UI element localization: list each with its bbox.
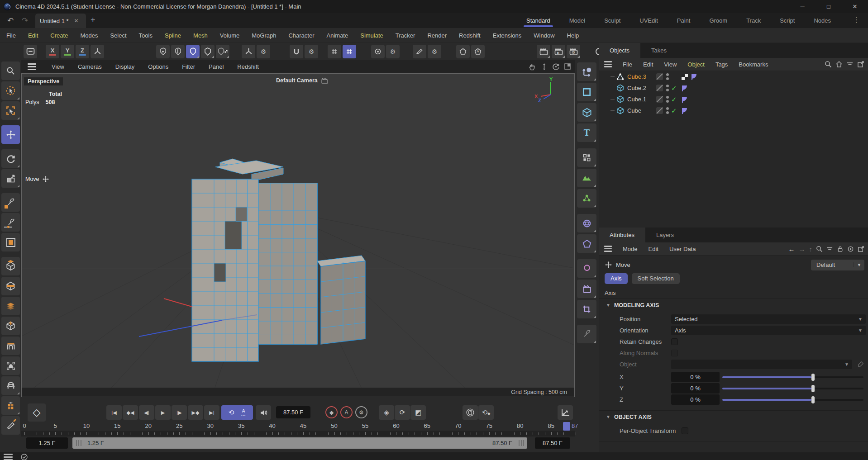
fcurve-graph-button[interactable] [558,405,573,420]
range-right-grip[interactable] [518,440,525,446]
viewport-canvas[interactable]: Perspective Default Camera Total Polys 5… [21,73,575,397]
timeline-ruler[interactable]: 87 0510152025303540455055606570758085 [21,422,575,431]
sound-toggle-button[interactable] [256,405,271,420]
phong-tag[interactable] [681,107,688,114]
objects-menu-view[interactable]: View [664,61,677,68]
volume-cubes-tool[interactable] [1,396,20,415]
cube-primitive-tool[interactable] [577,103,596,122]
x-slider[interactable] [722,376,863,378]
view-label[interactable]: Perspective [24,77,63,85]
pen-tool[interactable] [1,193,20,212]
object-name[interactable]: Cube.2 [627,85,653,91]
annotate-pen-tool[interactable] [577,325,596,343]
y-slider-handle[interactable] [811,385,815,392]
menu-spline[interactable]: Spline [165,32,181,39]
menu-render[interactable]: Render [427,32,447,39]
workspace-tab-uvedit[interactable]: UVEdit [639,14,658,27]
rectangle-spline-tool[interactable] [1,233,20,251]
workspace-overflow-menu[interactable]: ⋮ [853,16,860,24]
phong-tag[interactable] [691,73,698,81]
redo-button[interactable]: ↷ [19,14,31,26]
object-link-field[interactable]: ▼ [671,360,852,369]
search-icon[interactable] [825,61,832,68]
tab-takes[interactable]: Takes [640,43,677,58]
dolly-icon[interactable] [540,63,548,71]
next-key-icon[interactable]: ▶◆ [188,405,203,420]
status-menu-icon[interactable] [4,454,13,460]
target-icon[interactable] [371,45,385,58]
mesh-options-icon[interactable]: A [471,45,485,58]
object-row-cube[interactable]: Cube✓ [599,105,868,116]
menu-tools[interactable]: Tools [139,32,153,39]
workspace-tab-track[interactable]: Track [745,14,762,27]
key-selection-icon[interactable]: ◈ [379,405,394,420]
keying-settings-gear-icon[interactable]: ⚙ [355,406,367,418]
back-arrow-icon[interactable]: ← [788,245,795,253]
rotate-tool[interactable] [1,149,20,168]
objects-menu-icon[interactable] [604,61,612,67]
range-end-field[interactable]: 87.50 F [535,437,570,449]
autokey-range-icon[interactable]: A▪▪▪ [241,409,246,417]
external-window-icon[interactable] [857,61,864,68]
viewport-menu-icon[interactable] [28,63,36,70]
attributes-menu-icon[interactable] [604,246,612,252]
render-picture-viewer-icon[interactable]: ▶ [552,45,565,58]
undo-button[interactable]: ↶ [5,14,16,26]
iron-tool[interactable] [1,376,20,395]
eyedropper-icon[interactable] [857,361,864,368]
phong-tag[interactable] [681,85,688,92]
viewport-menu-options[interactable]: Options [148,63,168,70]
document-tab[interactable]: Untitled 1 * ✕ [35,14,86,28]
keyframe-diamond-button[interactable]: ◇ [28,403,46,422]
x-value-field[interactable]: 0 % [671,372,720,382]
menu-modes[interactable]: Modes [80,32,98,39]
orientation-dropdown[interactable]: Axis▼ [671,326,866,335]
menu-mograph[interactable]: MoGraph [252,32,276,39]
object-row-cube.2[interactable]: Cube.2✓ [599,82,868,94]
layer-toggle[interactable] [656,96,663,103]
cloner-tool[interactable] [577,189,596,208]
landscape-tool[interactable] [577,169,596,187]
viewport-menu-panel[interactable]: Panel [209,63,224,70]
tab-attributes[interactable]: Attributes [599,228,645,242]
visibility-dots[interactable] [666,85,669,91]
enabled-check-icon[interactable]: ✓ [671,84,679,92]
model-mode-icon[interactable] [201,45,215,58]
workplane-settings-gear-icon[interactable]: ⚙ [428,45,441,58]
coordinate-system-icon[interactable] [91,45,104,58]
objects-menu-bookmarks[interactable]: Bookmarks [739,61,768,68]
menu-simulate[interactable]: Simulate [360,32,383,39]
object-axis-section[interactable]: ▼ OBJECT AXIS [599,410,868,423]
z-slider-handle[interactable] [811,396,815,403]
orbit-icon[interactable] [552,63,560,71]
layer-toggle[interactable] [656,73,663,80]
menu-create[interactable]: Create [50,32,68,39]
zoom-tool[interactable] [1,62,20,80]
array-tool[interactable] [577,148,596,167]
menu-redshift[interactable]: Redshift [459,32,481,39]
filter-icon[interactable] [846,61,854,68]
grid-quantize-icon[interactable] [343,45,356,58]
modeling-axis-section[interactable]: ▼ MODELING AXIS [599,299,868,311]
objects-menu-file[interactable]: File [623,61,632,68]
magnet-weight-tool[interactable] [1,356,20,375]
soft-selection-button[interactable]: Soft Selection [632,273,680,284]
workspace-tab-nodes[interactable]: Nodes [813,14,832,27]
retain-changes-checkbox[interactable] [671,338,678,345]
autokey-icon[interactable]: A [340,406,353,418]
viewport-menu-cameras[interactable]: Cameras [78,63,102,70]
home-icon[interactable] [835,61,843,68]
close-tab-icon[interactable]: ✕ [74,18,79,24]
snap-magnet-icon[interactable] [290,45,303,58]
viewport-menu-view[interactable]: View [52,63,64,70]
forward-arrow-icon[interactable]: → [799,245,806,253]
z-slider[interactable] [722,399,863,401]
pan-hand-icon[interactable] [529,63,536,71]
enabled-check-icon[interactable]: ✓ [671,95,679,104]
next-frame-icon[interactable]: |▶ [172,405,187,420]
workspace-tab-script[interactable]: Script [779,14,796,27]
y-axis-lock[interactable]: Y [61,45,74,58]
menu-extensions[interactable]: Extensions [493,32,522,39]
points-mode-icon[interactable] [156,45,170,58]
edges-mode-icon[interactable] [171,45,185,58]
